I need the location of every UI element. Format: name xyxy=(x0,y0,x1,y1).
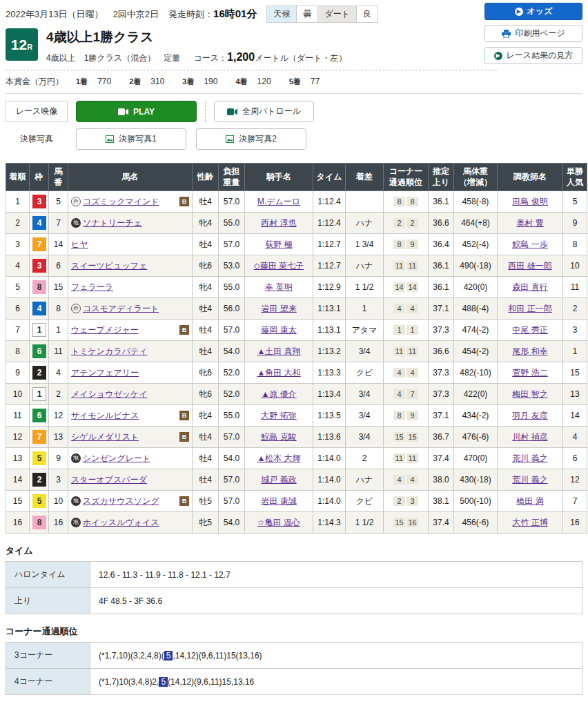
page-header: 2022年3月13日（日曜） 2回中京2日 発走時刻： 16時01分 天候 曇 … xyxy=(0,0,588,94)
horse-name-link[interactable]: コズミックマインド xyxy=(83,196,159,208)
col-finish-position: 着順 xyxy=(6,164,30,191)
sex-age: 牡5 xyxy=(193,491,219,512)
corner-order: 11 xyxy=(384,320,429,341)
jockey-link[interactable]: ◇藤田 菜七子 xyxy=(254,261,304,271)
race-time: 1:13.5 xyxy=(313,405,346,427)
jockey-link[interactable]: 西村 淳也 xyxy=(261,218,296,228)
horse-name-link[interactable]: スズカサウスソング xyxy=(83,496,159,507)
print-page-button[interactable]: 印刷用ページ xyxy=(484,25,582,42)
horse-name-link[interactable]: アテンフェアリー xyxy=(71,367,139,379)
trainer-link[interactable]: 川村 禎彦 xyxy=(512,432,547,442)
horse-name-link[interactable]: スターオブスパーダ xyxy=(71,474,147,486)
horse-name-link[interactable]: ホイッスルヴォイス xyxy=(83,517,159,529)
jockey-link[interactable]: ▲原 優介 xyxy=(261,389,296,399)
win-favorite: 13 xyxy=(563,384,587,405)
prize-amount: 120 xyxy=(257,77,271,86)
last-3f: 37.4 xyxy=(429,448,454,469)
race-time: 1:13.1 xyxy=(313,320,346,341)
horse-weight: 488(-4) xyxy=(454,298,498,320)
race-meeting: 2回中京2日 xyxy=(113,8,159,21)
horse-name-link[interactable]: コスモアディラート xyxy=(83,303,159,315)
prize-label: 本賞金（万円） xyxy=(6,76,63,88)
corner-order: 1414 xyxy=(384,277,429,298)
horse-name-link[interactable]: シゲルメダリスト xyxy=(71,431,139,443)
odds-button[interactable]: ▶ オッズ xyxy=(484,3,582,20)
trainer-link[interactable]: 大竹 正博 xyxy=(512,518,547,527)
horse-weight: 420(0) xyxy=(454,277,498,298)
trainer-link[interactable]: 尾形 和幸 xyxy=(512,346,547,356)
furlong-time-value: 12.6 - 11.3 - 11.9 - 11.8 - 12.1 - 12.7 xyxy=(90,562,582,588)
frame-number: 1 xyxy=(30,384,49,405)
sex-age: 牝4 xyxy=(193,213,219,234)
race-time: 1:14.0 xyxy=(313,448,346,469)
trainer-link[interactable]: 和田 正一郎 xyxy=(508,304,551,313)
trainer-link[interactable]: 橋田 満 xyxy=(516,496,543,506)
patrol-video-button[interactable]: 全周パトロール xyxy=(214,101,314,122)
table-row: 4コーナー (*1,7)10(3,4,8)2,5(14,12)(9,6,11)1… xyxy=(6,669,582,695)
jockey-link[interactable]: 城戸 義政 xyxy=(261,475,296,485)
last-3f: 37.3 xyxy=(429,320,454,341)
trainer-link[interactable]: 荒川 義之 xyxy=(512,475,547,485)
finish-photo1-button[interactable]: 決勝写真1 xyxy=(76,128,186,150)
horse-name-link[interactable]: スイーツビュッフェ xyxy=(71,260,147,272)
corner-order: 44 xyxy=(384,469,429,491)
jockey-link[interactable]: 荻野 極 xyxy=(265,239,292,249)
horse-name-link[interactable]: シンゼングレート xyxy=(83,453,150,465)
jockey-link[interactable]: ▲松本 大輝 xyxy=(257,453,300,463)
sex-age: 牝4 xyxy=(193,405,219,427)
jockey-link[interactable]: ☆亀田 温心 xyxy=(257,518,300,527)
jockey-link[interactable]: 岩田 康誠 xyxy=(261,496,296,506)
prize-rank: 2着 xyxy=(129,77,141,87)
trainer-link[interactable]: 中尾 秀正 xyxy=(512,325,547,335)
horse-name-link[interactable]: ヒヤ xyxy=(71,239,88,251)
jockey-link[interactable]: 藤岡 康太 xyxy=(261,325,296,335)
video-camera-icon xyxy=(118,108,128,115)
finish-photo2-button[interactable]: 決勝写真2 xyxy=(196,128,306,150)
bred-mark: 地 xyxy=(71,218,81,228)
horse-weight: 430(-18) xyxy=(454,469,498,491)
corner-order: 89 xyxy=(384,234,429,255)
frame-number: 6 xyxy=(30,341,49,362)
col-horse-number: 馬 番 xyxy=(49,164,68,191)
horse-name-link[interactable]: ソナトリーチェ xyxy=(83,217,142,229)
jockey-link[interactable]: 幸 英明 xyxy=(265,282,292,292)
trainer-link[interactable]: 萱野 浩二 xyxy=(512,368,547,378)
horse-number: 8 xyxy=(49,298,68,320)
printer-icon xyxy=(502,30,511,38)
race-time: 1:13.4 xyxy=(313,384,346,405)
horse-name-link[interactable]: トミケンカラパティ xyxy=(71,346,148,358)
print-button-label: 印刷用ページ xyxy=(515,28,565,39)
play-video-button[interactable]: PLAY xyxy=(76,101,197,122)
horse-name-link[interactable]: サイモンルピナス xyxy=(71,410,139,422)
finish-position: 6 xyxy=(6,298,30,320)
trainer-link[interactable]: 田島 俊明 xyxy=(512,197,547,206)
jockey-link[interactable]: 鮫島 克駿 xyxy=(261,432,296,442)
trainer-link[interactable]: 鮫島 一歩 xyxy=(512,239,547,249)
jockey-link[interactable]: ▲土田 真翔 xyxy=(257,346,300,356)
jockey-link[interactable]: 岩田 望来 xyxy=(261,304,296,313)
jockey-link[interactable]: 大野 拓弥 xyxy=(261,411,296,420)
jockey-link[interactable]: M.デムーロ xyxy=(257,197,300,206)
blinker-badge: B xyxy=(179,432,189,442)
blinker-badge: B xyxy=(179,496,189,506)
horse-name-link[interactable]: ウェーブメジャー xyxy=(71,324,139,336)
horse-name-link[interactable]: メイショウゼッケイ xyxy=(71,389,148,400)
weight-carried: 56.0 xyxy=(219,298,245,320)
jockey-link[interactable]: ▲角田 大和 xyxy=(257,368,300,378)
trainer-link[interactable]: 羽月 友彦 xyxy=(512,411,547,420)
trainer-link[interactable]: 梅田 智之 xyxy=(512,389,547,399)
horse-name-link[interactable]: フェラーラ xyxy=(71,282,113,293)
bred-mark: 地 xyxy=(71,453,81,463)
trainer-link[interactable]: 奥村 豊 xyxy=(516,218,543,228)
trainer-link[interactable]: 荒川 義之 xyxy=(512,453,547,463)
trainer-link[interactable]: 西田 雄一郎 xyxy=(508,261,551,271)
weight-carried: 55.0 xyxy=(219,277,245,298)
table-row: 6 4 8 外 コスモアディラート 牡4 56.0 岩田 望来 1:13.1 1… xyxy=(6,298,587,320)
table-row: 7 1 1 ウェーブメジャー B 牡4 57.0 藤岡 康太 1:13.1 アタ… xyxy=(6,320,587,341)
finish-position: 14 xyxy=(6,469,30,491)
trainer-link[interactable]: 森田 直行 xyxy=(512,282,547,292)
winner-highlight: 5 xyxy=(159,677,168,687)
photo-icon xyxy=(106,135,114,143)
results-guide-button[interactable]: ▶ レース結果の見方 xyxy=(484,47,582,64)
guide-arrow-icon: ▶ xyxy=(494,52,502,60)
